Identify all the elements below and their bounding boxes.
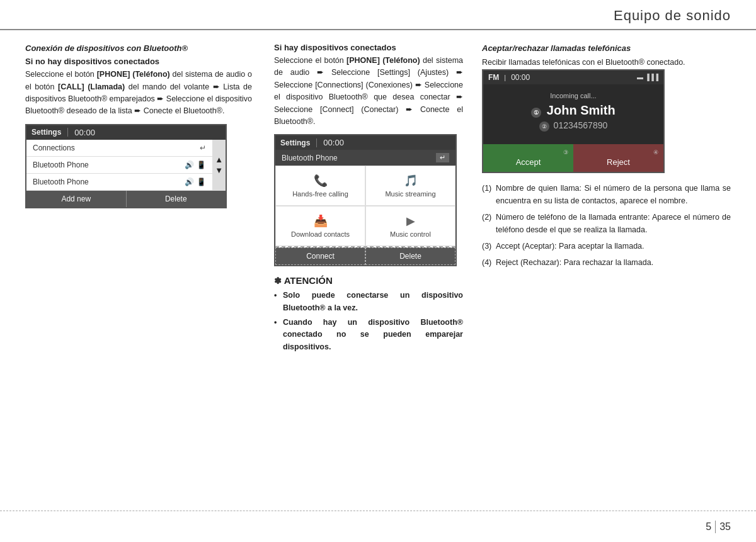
page-title: Equipo de sonido <box>614 8 731 24</box>
row-bt1-label: Bluetooth Phone <box>33 161 185 169</box>
fm-label: FM <box>488 73 499 82</box>
screen-footer-left: Add new Delete <box>26 191 226 207</box>
scroll-up-icon: ▲ <box>215 155 223 164</box>
handsfree-icon: 📞 <box>314 174 328 188</box>
note-4: (4) Reject (Rechazar): Para rechazar la … <box>482 256 731 269</box>
bt-features-grid: 📞 Hands-free calling 🎵 Music streaming 📥… <box>275 166 455 247</box>
attention-box: ✽ ATENCIÓN Solo puede conectarse un disp… <box>274 275 463 353</box>
star-icon: ✽ <box>274 276 282 286</box>
row-connections-back: ↵ <box>200 144 206 152</box>
download-label: Download contacts <box>291 230 350 238</box>
divider-mid <box>316 138 317 147</box>
note-num-2: (2) <box>482 211 491 223</box>
connect-button[interactable]: Connect <box>275 247 365 265</box>
signal-icons: ▬ ▐▐▐ <box>637 74 658 81</box>
note-1-text: Nombre de quien llama: Si el número de l… <box>496 184 731 205</box>
column-left: Conexión de dispositivos con Bluetooth® … <box>25 43 265 503</box>
main-content: Conexión de dispositivos con Bluetooth® … <box>0 30 756 503</box>
feature-handsfree: 📞 Hands-free calling <box>275 166 365 206</box>
bt-phone-title: Bluetooth Phone <box>282 154 338 162</box>
screen-time-right: 00:00 <box>511 73 530 82</box>
bt-icon-2: 🔊 <box>185 178 194 186</box>
screen-title-left: Settings <box>32 128 61 137</box>
call-buttons: ③ Accept ④ Reject <box>483 144 663 172</box>
handsfree-label: Hands-free calling <box>292 190 348 198</box>
bold-call: [CALL] (Llamada) <box>58 82 125 91</box>
back-icon: ↵ <box>200 144 206 152</box>
row-bt1-icons: 🔊 📱 <box>185 161 206 169</box>
music-ctrl-icon: ▶ <box>406 214 415 228</box>
left-section-title: Conexión de dispositivos con Bluetooth® <box>25 43 252 54</box>
attention-item-1: Solo puede conectarse un dispositivo Blu… <box>274 290 463 314</box>
feature-music-streaming: 🎵 Music streaming <box>365 166 455 206</box>
screen-mockup-left: Settings 00:00 Connections ↵ Bluetoo <box>25 124 227 208</box>
attention-list: Solo puede conectarse un dispositivo Blu… <box>274 290 463 353</box>
back-button-mid[interactable]: ↵ <box>436 153 449 162</box>
bt-phone-header: Bluetooth Phone ↵ <box>275 150 455 166</box>
attention-item-2: Cuando hay un dispositivo Bluetooth® con… <box>274 317 463 353</box>
row-connections-label: Connections <box>33 144 200 152</box>
note-3: (3) Accept (Aceptar): Para aceptar la ll… <box>482 240 731 252</box>
num2-badge: ② <box>539 121 549 132</box>
reject-label: Reject <box>607 157 630 167</box>
bold-phone-mid: [PHONE] (Teléfono) <box>346 56 420 65</box>
page-header: Equipo de sonido <box>0 0 756 30</box>
caller-number-text: 01234567890 <box>554 120 608 130</box>
reject-button[interactable]: ④ Reject <box>573 144 663 172</box>
bold-phone: [PHONE] (Teléfono) <box>97 70 170 79</box>
screen-mockup-mid: Settings 00:00 Bluetooth Phone ↵ 📞 Hands… <box>274 134 457 266</box>
screen-mid-body: Bluetooth Phone ↵ 📞 Hands-free calling 🎵… <box>275 150 455 265</box>
mid-subtitle: Si hay dispositivos conectados <box>274 43 463 52</box>
right-body-text: Recibir llamadas telefónicas con el Blue… <box>482 57 731 69</box>
add-new-button[interactable]: Add new <box>26 191 127 207</box>
screen-header-right: FM | 00:00 ▬ ▐▐▐ <box>483 71 663 84</box>
page-number: 5 35 <box>706 521 731 533</box>
delete-button-mid[interactable]: Delete <box>365 247 455 265</box>
note-3-text: Accept (Aceptar): Para aceptar la llamad… <box>496 242 644 251</box>
screen-title-mid: Settings <box>280 138 310 147</box>
delete-button-left[interactable]: Delete <box>127 191 226 207</box>
screen-row-connections: Connections ↵ <box>26 140 212 157</box>
note-num-3: (3) <box>482 240 491 252</box>
phone-icon-2: 📱 <box>197 178 206 186</box>
screen-header-left: Settings 00:00 <box>26 125 226 140</box>
music-stream-icon: 🎵 <box>404 174 418 188</box>
screen-header-mid: Settings 00:00 <box>275 135 455 150</box>
accept-label: Accept <box>516 157 541 167</box>
column-mid: Si hay dispositivos conectados Seleccion… <box>265 43 472 503</box>
screen-time-mid: 00:00 <box>323 138 344 147</box>
screen-rows-main: Connections ↵ Bluetooth Phone 🔊 📱 <box>26 140 212 191</box>
left-subtitle: Si no hay dispositivos conectados <box>25 57 252 66</box>
left-body-text: Seleccione el botón [PHONE] (Teléfono) d… <box>25 69 252 118</box>
screen-row-bt-phone-1: Bluetooth Phone 🔊 📱 <box>26 157 212 174</box>
note-2: (2) Número de teléfono de la llamada ent… <box>482 211 731 236</box>
scroll-down-icon: ▼ <box>215 166 223 175</box>
caller-name-text: John Smith <box>547 103 616 117</box>
screen-row-group: Connections ↵ Bluetooth Phone 🔊 📱 <box>26 140 226 191</box>
note-num-4: (4) <box>482 256 491 269</box>
note-2-text: Número de teléfono de la llamada entrant… <box>496 213 731 234</box>
num3-badge: ③ <box>563 149 568 155</box>
download-icon: 📥 <box>314 214 328 228</box>
music-stream-label: Music streaming <box>385 190 435 198</box>
num1-badge: ① <box>531 108 541 118</box>
incoming-label: Incoming call... <box>491 92 656 99</box>
row-bt2-icons: 🔊 📱 <box>185 178 206 186</box>
mid-body-text: Seleccione el botón [PHONE] (Teléfono) d… <box>274 55 463 128</box>
page-footer: 5 35 <box>0 511 756 542</box>
divider <box>67 128 68 137</box>
notes-list: (1) Nombre de quien llama: Si el número … <box>482 182 731 269</box>
screen-right-body: Incoming call... ① John Smith ② 01234567… <box>483 84 663 144</box>
bt-icon-1: 🔊 <box>185 161 194 169</box>
note-1: (1) Nombre de quien llama: Si el número … <box>482 182 731 207</box>
phone-icon-1: 📱 <box>197 161 206 169</box>
note-num-1: (1) <box>482 182 491 195</box>
scroll-arrows: ▲ ▼ <box>212 140 226 191</box>
caller-number: ② 01234567890 <box>491 120 656 132</box>
feature-download-contacts: 📥 Download contacts <box>275 206 365 246</box>
accept-button[interactable]: ③ Accept <box>483 144 573 172</box>
caller-name: ① John Smith <box>491 103 656 118</box>
attention-title: ✽ ATENCIÓN <box>274 275 463 286</box>
column-right: Aceptar/rechazar llamadas telefónicas Re… <box>472 43 731 503</box>
screen-body-left: Connections ↵ Bluetooth Phone 🔊 📱 <box>26 140 226 207</box>
